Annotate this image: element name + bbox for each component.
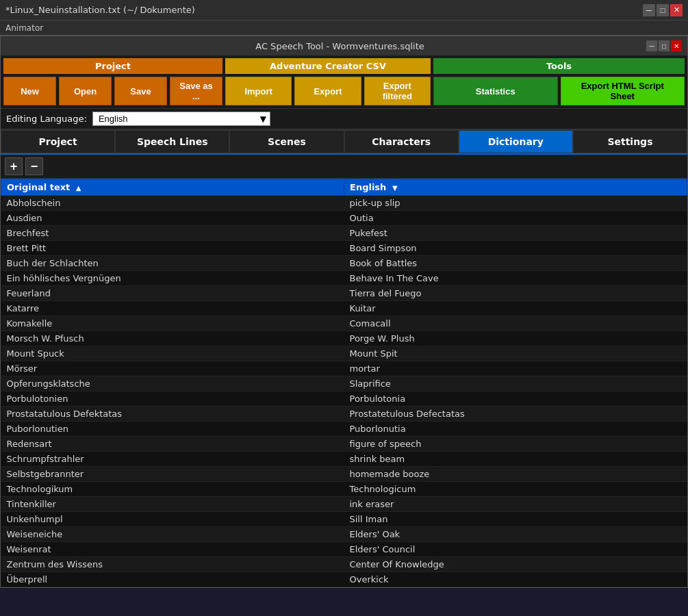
table-row[interactable]: Mörsermortar <box>1 361 687 376</box>
table-header-row: Original text ▲ English ▼ <box>1 179 687 196</box>
original-text-cell: Schrumpfstrahler <box>1 452 344 467</box>
save-button[interactable]: Save <box>114 77 167 105</box>
table-row[interactable]: Buch der SchlachtenBook of Battles <box>1 256 687 271</box>
app-maximize-button[interactable]: □ <box>659 40 670 51</box>
editing-language-label: Editing Language: <box>6 114 87 124</box>
original-text-cell: Redensart <box>1 437 344 452</box>
app-title-controls: ─ □ ✕ <box>646 40 682 51</box>
table-row[interactable]: FeuerlandTierra del Fuego <box>1 286 687 301</box>
english-text-cell: Pukefest <box>344 226 687 241</box>
original-text-cell: Weisenrat <box>1 542 344 557</box>
table-row[interactable]: Ein höhlisches VergnügenBehave In The Ca… <box>1 271 687 286</box>
toolbar-buttons: New Open Save Save as ... Import Export … <box>3 77 685 105</box>
export-html-button[interactable]: Export HTML Script Sheet <box>561 77 685 105</box>
app-title: AC Speech Tool - Wormventures.sqlite <box>34 41 646 51</box>
dictionary-table-container[interactable]: Original text ▲ English ▼ Abholscheinpic… <box>1 179 687 587</box>
tools-buttons: Statistics Export HTML Script Sheet <box>433 77 685 105</box>
original-text-cell: Porbulotonien <box>1 392 344 407</box>
english-text-cell: Prostatetulous Defectatas <box>344 407 687 422</box>
col-english[interactable]: English ▼ <box>344 179 687 196</box>
tab-dictionary[interactable]: Dictionary <box>459 130 573 153</box>
tab-characters[interactable]: Characters <box>344 130 459 153</box>
project-section-header: Project <box>3 58 222 74</box>
col-original-text[interactable]: Original text ▲ <box>1 179 344 196</box>
table-row[interactable]: Abholscheinpick-up slip <box>1 196 687 211</box>
table-row[interactable]: Brett PittBoard Simpson <box>1 241 687 256</box>
original-text-cell: Komakelle <box>1 316 344 331</box>
table-row[interactable]: KatarreKuitar <box>1 301 687 316</box>
table-row[interactable]: Selbstgebrannterhomemade booze <box>1 467 687 482</box>
animator-bar: Animator <box>0 21 688 36</box>
export-button[interactable]: Export <box>294 77 361 105</box>
table-row[interactable]: KomakelleComacall <box>1 316 687 331</box>
table-row[interactable]: UnkenhumplSill Iman <box>1 512 687 527</box>
table-row[interactable]: ÜberprellOverkick <box>1 572 687 587</box>
export-filtered-button[interactable]: Export filtered <box>364 77 431 105</box>
language-select[interactable]: English German French Spanish <box>92 112 270 126</box>
table-row[interactable]: Schrumpfstrahlershrink beam <box>1 452 687 467</box>
table-row[interactable]: Morsch W. PfuschPorge W. Plush <box>1 331 687 346</box>
tab-scenes[interactable]: Scenes <box>229 130 344 153</box>
original-text-cell: Puborlonutien <box>1 422 344 437</box>
original-text-cell: Abholschein <box>1 196 344 211</box>
table-row[interactable]: Tintenkillerink eraser <box>1 497 687 512</box>
english-text-cell: Puborlonutia <box>344 422 687 437</box>
table-row[interactable]: BrechfestPukefest <box>1 226 687 241</box>
table-row[interactable]: Mount SpuckMount Spit <box>1 346 687 361</box>
table-row[interactable]: TechnologikumTechnologicum <box>1 482 687 497</box>
english-text-cell: Slaprifice <box>344 376 687 392</box>
tab-project[interactable]: Project <box>1 130 115 153</box>
table-row[interactable]: Prostatatulous DefektatasProstatetulous … <box>1 407 687 422</box>
original-text-cell: Unkenhumpl <box>1 512 344 527</box>
save-as-button[interactable]: Save as ... <box>170 77 222 105</box>
original-text-cell: Buch der Schlachten <box>1 256 344 271</box>
original-text-cell: Technologikum <box>1 482 344 497</box>
english-text-cell: Technologicum <box>344 482 687 497</box>
statistics-button[interactable]: Statistics <box>433 77 558 105</box>
close-button[interactable]: ✕ <box>670 4 683 16</box>
app-window: AC Speech Tool - Wormventures.sqlite ─ □… <box>0 36 688 588</box>
title-bar-controls: ─ □ ✕ <box>643 4 683 16</box>
english-text-cell: Tierra del Fuego <box>344 286 687 301</box>
tab-speech-lines[interactable]: Speech Lines <box>115 130 229 153</box>
table-row[interactable]: AusdienOutia <box>1 211 687 226</box>
minimize-button[interactable]: ─ <box>643 4 655 16</box>
original-text-cell: Zentrum des Wissens <box>1 557 344 572</box>
original-text-cell: Morsch W. Pfusch <box>1 331 344 346</box>
add-entry-button[interactable]: + <box>5 157 23 175</box>
original-text-cell: Katarre <box>1 301 344 316</box>
table-row[interactable]: OpferungsklatscheSlaprifice <box>1 376 687 392</box>
table-row[interactable]: PuborlonutienPuborlonutia <box>1 422 687 437</box>
sort-asc-icon: ▲ <box>76 184 81 192</box>
remove-entry-button[interactable]: − <box>25 157 43 175</box>
tab-bar: Project Speech Lines Scenes Characters D… <box>1 130 687 155</box>
english-text-cell: Elders' Council <box>344 542 687 557</box>
table-row[interactable]: WeiseneicheElders' Oak <box>1 527 687 542</box>
app-minimize-button[interactable]: ─ <box>646 40 657 51</box>
import-button[interactable]: Import <box>225 77 292 105</box>
table-row[interactable]: Redensartfigure of speech <box>1 437 687 452</box>
english-text-cell: Overkick <box>344 572 687 587</box>
open-button[interactable]: Open <box>59 77 112 105</box>
app-close-button[interactable]: ✕ <box>671 40 682 51</box>
english-text-cell: mortar <box>344 361 687 376</box>
original-text-cell: Ein höhlisches Vergnügen <box>1 271 344 286</box>
english-text-cell: Book of Battles <box>344 256 687 271</box>
english-text-cell: Kuitar <box>344 301 687 316</box>
language-select-wrapper[interactable]: English German French Spanish ▼ <box>92 112 270 126</box>
original-text-cell: Tintenkiller <box>1 497 344 512</box>
table-row[interactable]: PorbulotonienPorbulotonia <box>1 392 687 407</box>
tools-section-header: Tools <box>433 58 685 74</box>
tab-settings[interactable]: Settings <box>573 130 687 153</box>
new-button[interactable]: New <box>3 77 56 105</box>
original-text-cell: Ausdien <box>1 211 344 226</box>
original-text-cell: Überprell <box>1 572 344 587</box>
maximize-button[interactable]: □ <box>657 4 669 16</box>
dictionary-table: Original text ▲ English ▼ Abholscheinpic… <box>1 179 687 587</box>
english-text-cell: Sill Iman <box>344 512 687 527</box>
original-text-cell: Brechfest <box>1 226 344 241</box>
original-text-cell: Mörser <box>1 361 344 376</box>
table-row[interactable]: Zentrum des WissensCenter Of Knowledge <box>1 557 687 572</box>
table-row[interactable]: WeisenratElders' Council <box>1 542 687 557</box>
original-text-cell: Opferungsklatsche <box>1 376 344 392</box>
